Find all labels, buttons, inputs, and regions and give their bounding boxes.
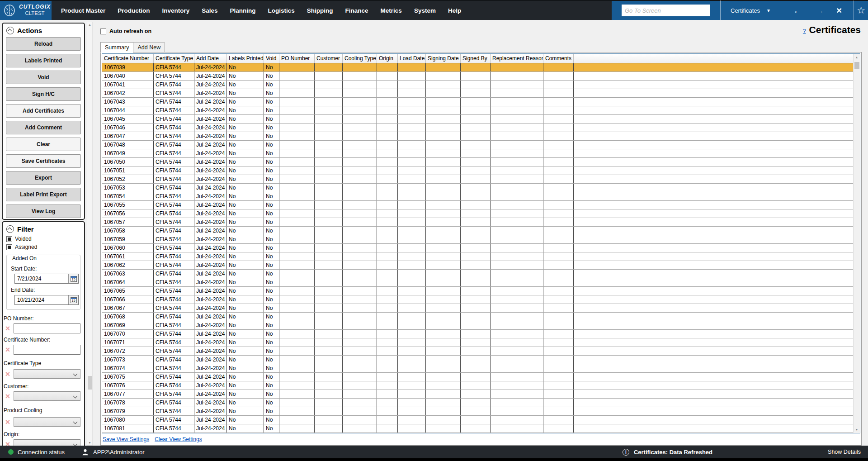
table-row[interactable]: 1067069CFIA 5744Jul-24-2024NoNo [102,321,853,330]
certificate-type-select[interactable] [14,369,80,379]
po-number-input[interactable] [14,323,80,333]
table-row[interactable]: 1067048CFIA 5744Jul-24-2024NoNo [102,141,853,149]
table-row[interactable]: 1067050CFIA 5744Jul-24-2024NoNo [102,158,853,166]
column-header-po-number[interactable]: PO Number [279,54,315,63]
column-header-origin[interactable]: Origin [377,54,398,63]
help-link[interactable]: ? [803,28,806,34]
scroll-up-icon[interactable]: ▲ [87,23,92,26]
table-row[interactable]: 1067068CFIA 5744Jul-24-2024NoNo [102,313,853,321]
customer-select[interactable] [14,391,80,401]
auto-refresh-checkbox[interactable] [100,29,106,34]
table-row[interactable]: 1067043CFIA 5744Jul-24-2024NoNo [102,98,853,106]
column-header-customer[interactable]: Customer [315,54,343,63]
grid-scrollbar[interactable]: ▲ ▼ [853,54,860,433]
table-row[interactable]: 1067058CFIA 5744Jul-24-2024NoNo [102,227,853,235]
end-date-input[interactable] [15,297,68,303]
column-header-void[interactable]: Void [264,54,279,63]
column-header-certificate-number[interactable]: Certificate Number [102,54,154,63]
table-row[interactable]: 1067064CFIA 5744Jul-24-2024NoNo [102,278,853,287]
column-header-cooling-type[interactable]: Cooling Type [343,54,377,63]
column-header-signing-date[interactable]: Signing Date [426,54,461,63]
add-certificates-button[interactable]: Add Certificates [6,104,81,118]
clear-button[interactable]: Clear [6,138,81,151]
sidebar-scroll-thumb[interactable] [88,376,92,390]
table-row[interactable]: 1067051CFIA 5744Jul-24-2024NoNo [102,166,853,175]
favorite-star-icon[interactable]: ☆ [854,1,868,20]
clear-po-number-icon[interactable]: × [4,324,12,333]
table-row[interactable]: 1067059CFIA 5744Jul-24-2024NoNo [102,235,853,244]
close-icon[interactable]: × [836,5,842,16]
assigned-checkbox[interactable] [6,244,12,250]
table-row[interactable]: 1067081CFIA 5744Jul-24-2024NoNo [102,424,853,433]
table-row[interactable]: 1067039CFIA 5744Jul-24-2024NoNo [102,63,853,72]
table-row[interactable]: 1067070CFIA 5744Jul-24-2024NoNo [102,330,853,338]
table-row[interactable]: 1067046CFIA 5744Jul-24-2024NoNo [102,124,853,132]
back-arrow-icon[interactable]: ← [793,5,803,16]
end-date-calendar-button[interactable] [68,295,78,304]
table-row[interactable]: 1067057CFIA 5744Jul-24-2024NoNo [102,218,853,227]
forward-arrow-icon[interactable]: → [815,5,825,16]
table-row[interactable]: 1067072CFIA 5744Jul-24-2024NoNo [102,347,853,356]
column-header-certificate-type[interactable]: Certificate Type [154,54,194,63]
table-row[interactable]: 1067073CFIA 5744Jul-24-2024NoNo [102,356,853,364]
clear-certificate-number-icon[interactable]: × [4,346,12,354]
menu-item-inventory[interactable]: Inventory [162,7,190,14]
product-cooling-select[interactable] [14,417,80,427]
goto-screen-input[interactable] [622,5,710,16]
table-row[interactable]: 1067080CFIA 5744Jul-24-2024NoNo [102,416,853,424]
table-row[interactable]: 1067055CFIA 5744Jul-24-2024NoNo [102,201,853,209]
table-row[interactable]: 1067047CFIA 5744Jul-24-2024NoNo [102,132,853,141]
table-row[interactable]: 1067060CFIA 5744Jul-24-2024NoNo [102,244,853,252]
scroll-down-icon[interactable]: ▼ [854,428,860,431]
menu-item-product-master[interactable]: Product Master [61,7,105,14]
labels-printed-button[interactable]: Labels Printed [6,54,81,67]
table-row[interactable]: 1067049CFIA 5744Jul-24-2024NoNo [102,149,853,158]
table-row[interactable]: 1067042CFIA 5744Jul-24-2024NoNo [102,89,853,98]
show-details-button[interactable]: Show Details [828,449,861,455]
table-row[interactable]: 1067074CFIA 5744Jul-24-2024NoNo [102,364,853,373]
clear-origin-icon[interactable]: × [4,440,12,446]
clear-view-settings-link[interactable]: Clear View Settings [155,436,202,442]
clear-customer-icon[interactable]: × [4,392,12,400]
column-header-replacement-reason[interactable]: Replacement Reason [491,54,543,63]
column-header-add-date[interactable]: Add Date [194,54,227,63]
collapse-filter-icon[interactable] [6,225,14,233]
table-row[interactable]: 1067079CFIA 5744Jul-24-2024NoNo [102,407,853,416]
clear-certificate-type-icon[interactable]: × [4,370,12,378]
table-row[interactable]: 1067056CFIA 5744Jul-24-2024NoNo [102,209,853,218]
reload-button[interactable]: Reload [6,37,81,51]
table-row[interactable]: 1067040CFIA 5744Jul-24-2024NoNo [102,72,853,81]
add-comment-button[interactable]: Add Comment [6,121,81,134]
sign-h-c-button[interactable]: Sign H/C [6,87,81,101]
menu-item-production[interactable]: Production [118,7,150,14]
menu-item-system[interactable]: System [414,7,436,14]
menu-item-metrics[interactable]: Metrics [381,7,402,14]
table-row[interactable]: 1067077CFIA 5744Jul-24-2024NoNo [102,390,853,399]
column-header-comments[interactable]: Comments [543,54,574,63]
table-row[interactable]: 1067061CFIA 5744Jul-24-2024NoNo [102,252,853,261]
screen-dropdown[interactable]: Certificates ▼ [721,1,781,20]
scroll-down-icon[interactable]: ▼ [87,441,92,444]
save-certificates-button[interactable]: Save Certificates [6,154,81,168]
table-row[interactable]: 1067041CFIA 5744Jul-24-2024NoNo [102,81,853,89]
table-row[interactable]: 1067063CFIA 5744Jul-24-2024NoNo [102,270,853,278]
column-header-signed-by[interactable]: Signed By [461,54,491,63]
certificate-number-input[interactable] [14,345,80,355]
table-row[interactable]: 1067044CFIA 5744Jul-24-2024NoNo [102,106,853,115]
clear-product-cooling-icon[interactable]: × [4,418,12,426]
voided-checkbox[interactable] [6,236,12,242]
menu-item-logistics[interactable]: Logistics [268,7,295,14]
table-row[interactable]: 1067076CFIA 5744Jul-24-2024NoNo [102,381,853,390]
column-header-labels-printed[interactable]: Labels Printed [227,54,264,63]
table-row[interactable]: 1067065CFIA 5744Jul-24-2024NoNo [102,287,853,295]
tab-add-new[interactable]: Add New [133,43,165,53]
collapse-actions-icon[interactable] [6,27,14,34]
void-button[interactable]: Void [6,71,81,84]
origin-select[interactable] [14,439,80,446]
grid-scroll-thumb[interactable] [854,62,859,69]
menu-item-help[interactable]: Help [448,7,461,14]
table-row[interactable]: 1067062CFIA 5744Jul-24-2024NoNo [102,261,853,270]
table-row[interactable]: 1067071CFIA 5744Jul-24-2024NoNo [102,338,853,347]
table-row[interactable]: 1067045CFIA 5744Jul-24-2024NoNo [102,115,853,124]
table-row[interactable]: 1067053CFIA 5744Jul-24-2024NoNo [102,184,853,192]
